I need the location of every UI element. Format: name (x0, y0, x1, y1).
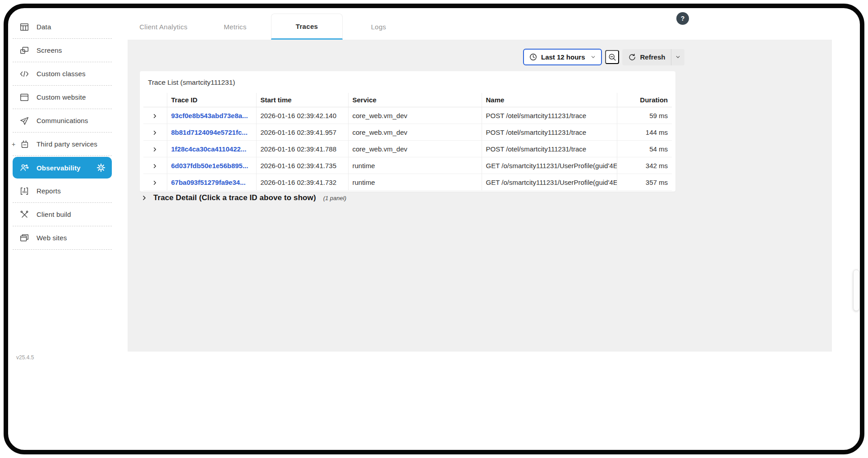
duration-cell: 357 ms (617, 174, 672, 191)
help-button[interactable]: ? (676, 12, 689, 25)
refresh-icon (628, 53, 636, 61)
duration-cell: 144 ms (617, 124, 672, 141)
tab-client-analytics[interactable]: Client Analytics (128, 14, 199, 40)
zoom-out-button[interactable] (605, 50, 619, 64)
sidebar-item-label: Custom classes (37, 70, 86, 78)
service-cell: core_web.vm_dev (348, 107, 482, 124)
table-row: 8b81d7124094e5721fc... 2026-01-16 02:39:… (143, 124, 672, 141)
refresh-label: Refresh (640, 53, 666, 61)
time-range-label: Last 12 hours (541, 53, 585, 61)
trace-list-panel: Trace List (smartcity111231) Trace ID St… (140, 71, 675, 192)
sidebar-item-label: Client build (37, 211, 71, 218)
gear-icon[interactable] (96, 163, 106, 172)
table-header-row: Trace ID Start time Service Name Duratio… (143, 93, 672, 107)
version-label: v25.4.5 (16, 354, 34, 361)
chevron-right-icon (152, 129, 158, 136)
expand-row-button[interactable] (152, 179, 158, 186)
refresh-split-button: Refresh (622, 49, 685, 65)
refresh-button[interactable]: Refresh (622, 49, 671, 65)
trace-id-link[interactable]: 8b81d7124094e5721fc... (171, 128, 248, 136)
trace-id-link[interactable]: 6d037fdb50e1e56b895... (171, 162, 248, 169)
sidebar-item-label: Screens (37, 46, 62, 54)
trace-id-link[interactable]: 67ba093f51279fa9e34... (171, 179, 246, 186)
screens-icon (19, 45, 30, 56)
start-time-cell: 2026-01-16 02:39:41.788 (256, 141, 348, 157)
sidebar: Data Screens Custom classes Custom websi… (13, 15, 112, 250)
browser-icon (19, 92, 30, 103)
service-cell: core_web.vm_dev (348, 124, 482, 141)
column-header-trace-id: Trace ID (167, 93, 256, 107)
sidebar-item-label: Communications (37, 117, 88, 124)
clock-icon (529, 53, 537, 61)
time-range-button[interactable]: Last 12 hours (523, 49, 602, 65)
trace-id-link[interactable]: 93cf0e8b543abd73e8a... (171, 112, 248, 119)
websites-icon (19, 233, 30, 243)
sidebar-item-custom-website[interactable]: Custom website (13, 86, 112, 109)
expand-row-button[interactable] (152, 163, 158, 169)
chevron-right-icon (152, 179, 158, 186)
start-time-cell: 2026-01-16 02:39:42.140 (256, 107, 348, 124)
refresh-dropdown-button[interactable] (671, 49, 684, 65)
sidebar-item-web-sites[interactable]: Web sites (13, 226, 112, 250)
zoom-out-icon (608, 53, 616, 61)
service-cell: core_web.vm_dev (348, 141, 482, 157)
sidebar-item-client-build[interactable]: Client build (13, 203, 112, 226)
tab-traces[interactable]: Traces (271, 14, 343, 40)
trace-id-link[interactable]: 1f28c4ca30ca4110422... (171, 145, 247, 153)
sidebar-item-observability[interactable]: Observability (13, 157, 112, 179)
table-row: 6d037fdb50e1e56b895... 2026-01-16 02:39:… (143, 157, 672, 174)
name-cell: POST /otel/smartcity111231/trace (482, 124, 617, 141)
sidebar-item-label: Web sites (37, 234, 67, 242)
chevron-right-icon (152, 163, 158, 169)
tab-label: Client Analytics (139, 23, 188, 31)
sidebar-item-third-party-services[interactable]: + Third party services (13, 133, 112, 156)
sidebar-item-screens[interactable]: Screens (13, 39, 112, 62)
chevron-down-icon (590, 54, 596, 60)
tab-label: Metrics (224, 23, 246, 31)
send-icon (19, 115, 30, 126)
plugin-icon (19, 139, 30, 150)
start-time-cell: 2026-01-16 02:39:41.732 (256, 174, 348, 191)
sidebar-item-custom-classes[interactable]: Custom classes (13, 62, 112, 86)
trace-table: Trace ID Start time Service Name Duratio… (143, 93, 672, 191)
plus-icon: + (12, 141, 15, 147)
observability-icon (19, 162, 30, 173)
name-cell: GET /o/smartcity111231/UserProfile(guid'… (482, 157, 617, 174)
scrollbar[interactable] (853, 270, 859, 311)
duration-cell: 59 ms (617, 107, 672, 124)
duration-cell: 342 ms (617, 157, 672, 174)
chart-icon (19, 186, 30, 197)
name-cell: GET /o/smartcity111231/UserProfile(guid'… (482, 174, 617, 191)
code-icon (19, 69, 30, 79)
name-cell: POST /otel/smartcity111231/trace (482, 107, 617, 124)
tab-logs[interactable]: Logs (343, 14, 414, 40)
name-cell: POST /otel/smartcity111231/trace (482, 141, 617, 157)
tab-metrics[interactable]: Metrics (199, 14, 271, 40)
trace-detail-panel-count: (1 panel) (323, 195, 346, 202)
expand-row-button[interactable] (152, 146, 158, 153)
tab-label: Logs (371, 23, 386, 31)
sidebar-item-communications[interactable]: Communications (13, 109, 112, 133)
sidebar-item-reports[interactable]: Reports (13, 179, 112, 203)
tab-label: Traces (296, 23, 318, 30)
column-header-name: Name (482, 93, 617, 107)
expand-row-button[interactable] (152, 129, 158, 136)
chevron-right-icon (152, 146, 158, 153)
table-row: 93cf0e8b543abd73e8a... 2026-01-16 02:39:… (143, 107, 672, 124)
service-cell: runtime (348, 157, 482, 174)
sidebar-item-label: Custom website (37, 93, 86, 101)
table-icon (19, 22, 30, 32)
sidebar-item-label: Data (37, 23, 51, 31)
trace-detail-title: Trace Detail (Click a trace ID above to … (153, 193, 316, 202)
sidebar-item-label: Reports (37, 187, 61, 195)
column-header-start-time: Start time (256, 93, 348, 107)
column-header-duration: Duration (617, 93, 672, 107)
chevron-right-icon (141, 194, 148, 202)
traces-content: Last 12 hours Refresh (128, 40, 832, 352)
expand-row-button[interactable] (152, 113, 158, 119)
traces-toolbar: Last 12 hours Refresh (523, 49, 684, 65)
column-header-service: Service (348, 93, 482, 107)
sidebar-item-data[interactable]: Data (13, 15, 112, 39)
chevron-right-icon (152, 113, 158, 119)
trace-detail-section[interactable]: Trace Detail (Click a trace ID above to … (141, 193, 346, 202)
